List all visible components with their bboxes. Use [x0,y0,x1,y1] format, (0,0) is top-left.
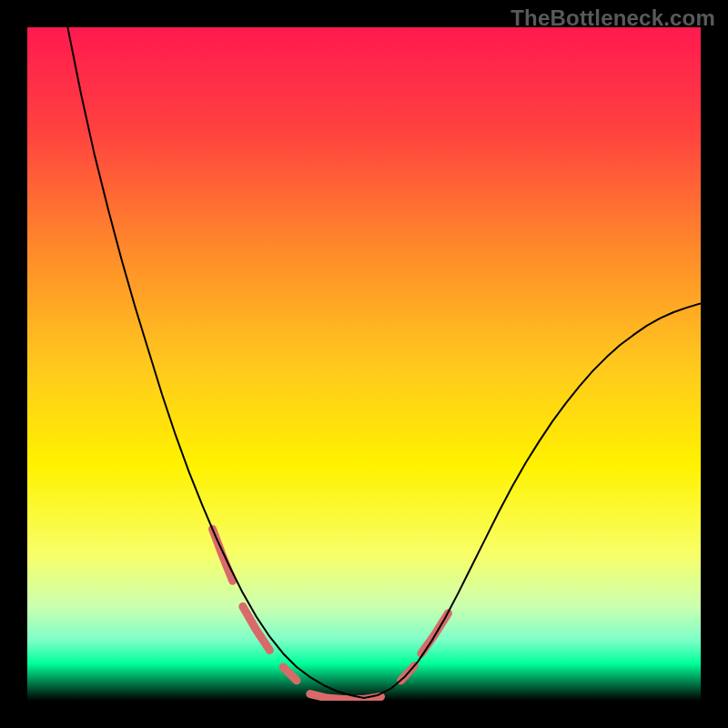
watermark-text: TheBottleneck.com [511,5,715,31]
bottleneck-plot [27,27,701,701]
chart-frame: TheBottleneck.com [0,0,728,728]
plot-area [27,27,701,701]
